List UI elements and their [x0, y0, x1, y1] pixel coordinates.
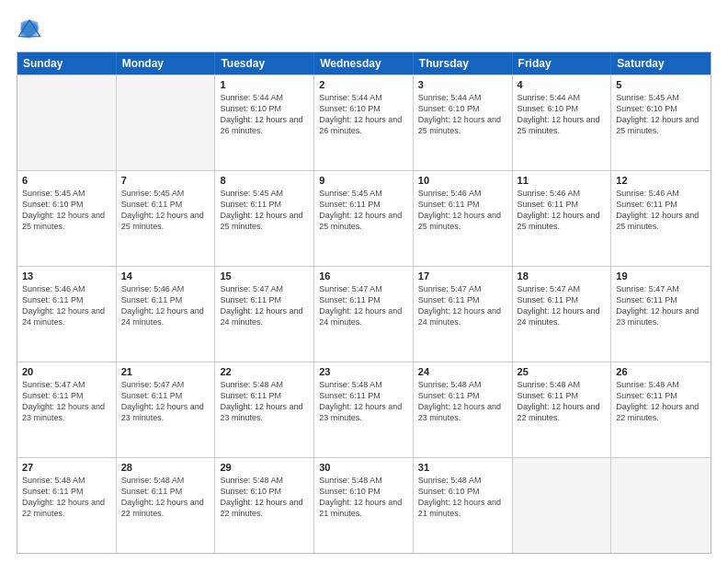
day-info: Sunrise: 5:48 AM Sunset: 6:11 PM Dayligh…	[418, 379, 507, 424]
cal-day-2: 2Sunrise: 5:44 AM Sunset: 6:10 PM Daylig…	[314, 75, 414, 170]
day-number: 3	[418, 79, 507, 90]
cal-week-4: 20Sunrise: 5:47 AM Sunset: 6:11 PM Dayli…	[17, 362, 711, 457]
cal-day-15: 15Sunrise: 5:47 AM Sunset: 6:11 PM Dayli…	[215, 267, 314, 362]
cal-empty-cell	[17, 75, 117, 170]
day-info: Sunrise: 5:48 AM Sunset: 6:11 PM Dayligh…	[22, 475, 111, 520]
cal-header-friday: Friday	[513, 52, 612, 75]
cal-day-13: 13Sunrise: 5:46 AM Sunset: 6:11 PM Dayli…	[17, 267, 117, 362]
day-info: Sunrise: 5:48 AM Sunset: 6:10 PM Dayligh…	[418, 475, 507, 520]
day-info: Sunrise: 5:44 AM Sunset: 6:10 PM Dayligh…	[319, 92, 408, 137]
day-number: 29	[220, 462, 309, 473]
day-info: Sunrise: 5:44 AM Sunset: 6:10 PM Dayligh…	[518, 92, 607, 137]
calendar-header-row: SundayMondayTuesdayWednesdayThursdayFrid…	[17, 52, 711, 75]
day-number: 13	[22, 270, 111, 282]
cal-day-31: 31Sunrise: 5:48 AM Sunset: 6:10 PM Dayli…	[414, 458, 513, 553]
day-info: Sunrise: 5:48 AM Sunset: 6:10 PM Dayligh…	[220, 475, 309, 520]
day-number: 6	[22, 175, 111, 186]
cal-week-3: 13Sunrise: 5:46 AM Sunset: 6:11 PM Dayli…	[17, 266, 711, 362]
day-info: Sunrise: 5:47 AM Sunset: 6:11 PM Dayligh…	[319, 283, 408, 328]
day-number: 25	[518, 366, 607, 377]
cal-day-23: 23Sunrise: 5:48 AM Sunset: 6:11 PM Dayli…	[314, 362, 414, 457]
cal-empty-cell	[513, 458, 612, 553]
day-info: Sunrise: 5:46 AM Sunset: 6:11 PM Dayligh…	[616, 188, 706, 233]
calendar-body: 1Sunrise: 5:44 AM Sunset: 6:10 PM Daylig…	[17, 75, 711, 553]
cal-day-30: 30Sunrise: 5:48 AM Sunset: 6:10 PM Dayli…	[314, 458, 414, 553]
logo-icon	[17, 17, 42, 42]
day-number: 17	[418, 270, 507, 282]
cal-day-21: 21Sunrise: 5:47 AM Sunset: 6:11 PM Dayli…	[117, 362, 216, 457]
day-number: 1	[220, 79, 309, 90]
cal-day-11: 11Sunrise: 5:46 AM Sunset: 6:11 PM Dayli…	[513, 171, 612, 266]
cal-day-1: 1Sunrise: 5:44 AM Sunset: 6:10 PM Daylig…	[215, 75, 314, 170]
cal-day-29: 29Sunrise: 5:48 AM Sunset: 6:10 PM Dayli…	[215, 458, 314, 553]
cal-header-wednesday: Wednesday	[314, 52, 414, 75]
cal-day-28: 28Sunrise: 5:48 AM Sunset: 6:11 PM Dayli…	[117, 458, 216, 553]
day-info: Sunrise: 5:48 AM Sunset: 6:11 PM Dayligh…	[616, 379, 706, 424]
cal-header-saturday: Saturday	[611, 52, 711, 75]
cal-day-18: 18Sunrise: 5:47 AM Sunset: 6:11 PM Dayli…	[513, 267, 612, 362]
cal-day-7: 7Sunrise: 5:45 AM Sunset: 6:11 PM Daylig…	[117, 171, 216, 266]
cal-day-20: 20Sunrise: 5:47 AM Sunset: 6:11 PM Dayli…	[17, 362, 117, 457]
day-number: 9	[319, 175, 408, 186]
cal-week-1: 1Sunrise: 5:44 AM Sunset: 6:10 PM Daylig…	[17, 75, 711, 170]
day-number: 7	[121, 175, 210, 186]
day-number: 15	[220, 270, 309, 282]
cal-week-5: 27Sunrise: 5:48 AM Sunset: 6:11 PM Dayli…	[17, 457, 711, 553]
day-number: 21	[121, 366, 210, 377]
day-info: Sunrise: 5:48 AM Sunset: 6:11 PM Dayligh…	[121, 475, 210, 520]
day-info: Sunrise: 5:47 AM Sunset: 6:11 PM Dayligh…	[518, 283, 607, 328]
cal-week-2: 6Sunrise: 5:45 AM Sunset: 6:10 PM Daylig…	[17, 170, 711, 266]
day-info: Sunrise: 5:48 AM Sunset: 6:11 PM Dayligh…	[319, 379, 408, 424]
day-info: Sunrise: 5:45 AM Sunset: 6:10 PM Dayligh…	[616, 92, 706, 137]
day-number: 18	[518, 270, 607, 282]
cal-day-5: 5Sunrise: 5:45 AM Sunset: 6:10 PM Daylig…	[611, 75, 711, 170]
cal-day-6: 6Sunrise: 5:45 AM Sunset: 6:10 PM Daylig…	[17, 171, 117, 266]
day-number: 10	[418, 175, 507, 186]
day-info: Sunrise: 5:44 AM Sunset: 6:10 PM Dayligh…	[418, 92, 507, 137]
cal-day-9: 9Sunrise: 5:45 AM Sunset: 6:11 PM Daylig…	[314, 171, 414, 266]
cal-day-22: 22Sunrise: 5:48 AM Sunset: 6:11 PM Dayli…	[215, 362, 314, 457]
cal-day-12: 12Sunrise: 5:46 AM Sunset: 6:11 PM Dayli…	[611, 171, 711, 266]
cal-day-10: 10Sunrise: 5:46 AM Sunset: 6:11 PM Dayli…	[414, 171, 513, 266]
cal-empty-cell	[117, 75, 216, 170]
day-info: Sunrise: 5:48 AM Sunset: 6:10 PM Dayligh…	[319, 475, 408, 520]
day-number: 22	[220, 366, 309, 377]
day-info: Sunrise: 5:47 AM Sunset: 6:11 PM Dayligh…	[220, 283, 309, 328]
cal-day-4: 4Sunrise: 5:44 AM Sunset: 6:10 PM Daylig…	[513, 75, 612, 170]
day-number: 20	[22, 366, 111, 377]
day-number: 30	[319, 462, 408, 473]
day-number: 26	[616, 366, 706, 377]
cal-header-sunday: Sunday	[17, 52, 117, 75]
logo	[17, 17, 46, 42]
day-number: 2	[319, 79, 408, 90]
day-number: 31	[418, 462, 507, 473]
day-number: 23	[319, 366, 408, 377]
cal-empty-cell	[611, 458, 711, 553]
day-info: Sunrise: 5:47 AM Sunset: 6:11 PM Dayligh…	[22, 379, 111, 424]
day-number: 19	[616, 270, 706, 282]
cal-header-monday: Monday	[117, 52, 216, 75]
day-number: 14	[121, 270, 210, 282]
day-info: Sunrise: 5:48 AM Sunset: 6:11 PM Dayligh…	[220, 379, 309, 424]
day-number: 12	[616, 175, 706, 186]
cal-day-14: 14Sunrise: 5:46 AM Sunset: 6:11 PM Dayli…	[117, 267, 216, 362]
day-info: Sunrise: 5:47 AM Sunset: 6:11 PM Dayligh…	[616, 283, 706, 328]
day-number: 24	[418, 366, 507, 377]
day-info: Sunrise: 5:45 AM Sunset: 6:11 PM Dayligh…	[121, 188, 210, 233]
cal-header-tuesday: Tuesday	[215, 52, 314, 75]
day-info: Sunrise: 5:46 AM Sunset: 6:11 PM Dayligh…	[121, 283, 210, 328]
day-number: 16	[319, 270, 408, 282]
day-info: Sunrise: 5:45 AM Sunset: 6:11 PM Dayligh…	[319, 188, 408, 233]
cal-day-27: 27Sunrise: 5:48 AM Sunset: 6:11 PM Dayli…	[17, 458, 117, 553]
cal-day-25: 25Sunrise: 5:48 AM Sunset: 6:11 PM Dayli…	[513, 362, 612, 457]
cal-day-8: 8Sunrise: 5:45 AM Sunset: 6:11 PM Daylig…	[215, 171, 314, 266]
cal-day-24: 24Sunrise: 5:48 AM Sunset: 6:11 PM Dayli…	[414, 362, 513, 457]
day-info: Sunrise: 5:46 AM Sunset: 6:11 PM Dayligh…	[418, 188, 507, 233]
day-number: 11	[518, 175, 607, 186]
day-info: Sunrise: 5:45 AM Sunset: 6:10 PM Dayligh…	[22, 188, 111, 233]
cal-day-17: 17Sunrise: 5:47 AM Sunset: 6:11 PM Dayli…	[414, 267, 513, 362]
day-info: Sunrise: 5:44 AM Sunset: 6:10 PM Dayligh…	[220, 92, 309, 137]
day-number: 5	[616, 79, 706, 90]
day-info: Sunrise: 5:46 AM Sunset: 6:11 PM Dayligh…	[22, 283, 111, 328]
cal-header-thursday: Thursday	[414, 52, 513, 75]
